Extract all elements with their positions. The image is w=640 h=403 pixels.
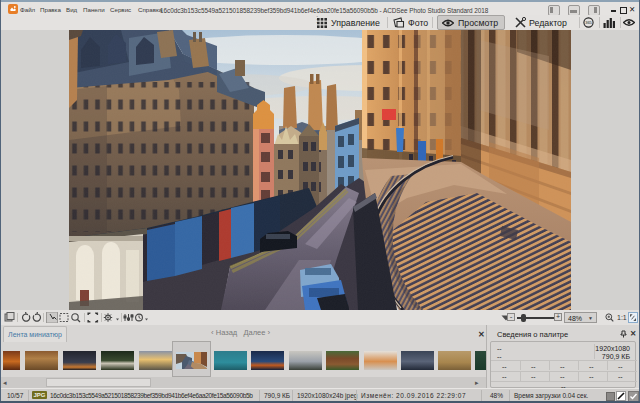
svg-text:365: 365 bbox=[585, 20, 592, 25]
